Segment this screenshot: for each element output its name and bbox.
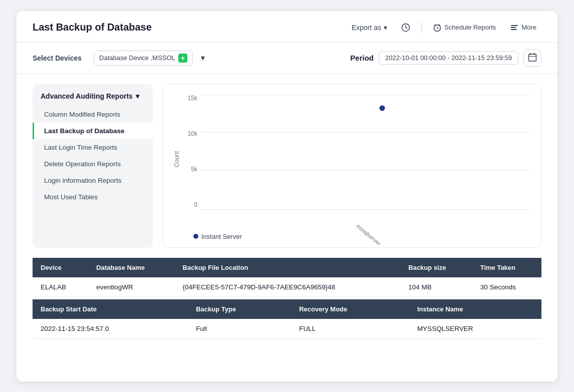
export-label: Export as — [352, 24, 381, 32]
export-clock-icon — [401, 23, 410, 32]
sidebar-item-column-modified[interactable]: Column Modified Reports — [33, 106, 153, 123]
grid-line-top — [200, 95, 531, 95]
y-axis-title: Count — [173, 136, 180, 167]
legend-label: Instant Server — [201, 233, 242, 240]
y-label-10k: 10k — [188, 130, 197, 137]
device-value: Database Device ,MSSOL — [99, 54, 175, 62]
calendar-icon — [528, 53, 537, 62]
col-backup-size: Backup size — [400, 258, 472, 277]
chart-data-dot — [380, 106, 385, 111]
period-range: 2022-10-01 00:00:00 - 2022-11-15 23:59:5… — [379, 51, 518, 65]
grid-line-bottom — [200, 209, 531, 210]
cell-backup-file-location: {04FECEE5-57C7-479D-9AF6-7AEE9C6A9659}48 — [175, 277, 401, 297]
filter-icon[interactable]: ▾ — [201, 53, 205, 63]
page-title: Last Backup of Database — [33, 22, 152, 33]
grid-line-mid2 — [200, 170, 531, 171]
sidebar-item-last-login-time[interactable]: Last Login Time Reports — [33, 139, 153, 156]
y-label-5k: 5k — [191, 166, 197, 173]
main-content: Advanced Auditing Reports ▾ Column Modif… — [17, 74, 557, 258]
chart-area: Count 15k 10k 5k 0 mssqlserver — [163, 84, 541, 248]
table-row: 2022-11-15 23:54:57.0 Full FULL MYSSQLSE… — [33, 319, 541, 339]
header-actions: Export as ▾ Schedule Repo — [347, 20, 541, 35]
col-device: Device — [33, 258, 88, 277]
y-label-0: 0 — [194, 201, 197, 208]
device-select[interactable]: Database Device ,MSSOL + — [94, 51, 193, 66]
header-divider — [421, 22, 422, 34]
select-devices-label: Select Devices — [33, 54, 82, 62]
export-button[interactable]: Export as ▾ — [347, 21, 392, 35]
calendar-button[interactable] — [523, 50, 541, 67]
filter-bar: Select Devices Database Device ,MSSOL + … — [17, 43, 557, 74]
sidebar: Advanced Auditing Reports ▾ Column Modif… — [33, 84, 153, 248]
sidebar-header-label: Advanced Auditing Reports — [41, 92, 133, 100]
more-button[interactable]: More — [505, 20, 541, 35]
svg-rect-4 — [511, 29, 517, 30]
svg-rect-3 — [511, 27, 516, 28]
export-icon-button[interactable] — [396, 20, 415, 35]
legend-dot — [193, 234, 198, 239]
sidebar-item-delete-operation[interactable]: Delete Operation Reports — [33, 156, 153, 172]
cell-backup-type: Full — [188, 319, 291, 339]
cell-recovery-mode: FULL — [291, 319, 409, 339]
sidebar-item-last-backup[interactable]: Last Backup of Database — [33, 123, 153, 139]
cell-backup-size: 104 MB — [400, 277, 472, 297]
period-label: Period — [350, 54, 374, 62]
svg-rect-5 — [529, 54, 536, 61]
period-section: Period 2022-10-01 00:00:00 - 2022-11-15 … — [350, 50, 541, 67]
sidebar-item-most-used-tables[interactable]: Most Used Tables — [33, 189, 153, 205]
y-label-15k: 15k — [188, 95, 197, 102]
col-backup-type: Backup Type — [188, 299, 291, 319]
table-section: Device Database Name Backup File Locatio… — [17, 258, 557, 351]
chart-legend: Instant Server — [173, 233, 531, 240]
sidebar-chevron-icon: ▾ — [136, 92, 139, 100]
grid-line-mid1 — [200, 132, 531, 133]
col-backup-start-date: Backup Start Date — [33, 299, 188, 319]
cell-instance-name: MYSSQLSERVER — [409, 319, 541, 339]
svg-rect-2 — [511, 25, 518, 26]
table-row: ELALAB eventlogWR {04FECEE5-57C7-479D-9A… — [33, 277, 541, 297]
add-device-button[interactable]: + — [178, 54, 187, 63]
sidebar-header[interactable]: Advanced Auditing Reports ▾ — [33, 92, 153, 106]
cell-database-name: eventlogWR — [88, 277, 174, 297]
schedule-reports-label: Schedule Reports — [444, 24, 496, 31]
table-1: Device Database Name Backup File Locatio… — [33, 258, 541, 297]
cell-backup-start-date: 2022-11-15 23:54:57.0 — [33, 319, 188, 339]
sidebar-item-login-information[interactable]: Login information Reports — [33, 172, 153, 189]
col-backup-file-location: Backup File Location — [175, 258, 401, 277]
col-recovery-mode: Recovery Mode — [291, 299, 409, 319]
chevron-down-icon: ▾ — [384, 24, 387, 32]
col-instance-name: Instance Name — [409, 299, 541, 319]
col-time-taken: Time Taken — [472, 258, 541, 277]
more-label: More — [521, 24, 536, 31]
col-database-name: Database Name — [88, 258, 174, 277]
table-2: Backup Start Date Backup Type Recovery M… — [33, 299, 541, 339]
cell-time-taken: 30 Seconds — [472, 277, 541, 297]
alarm-icon — [433, 23, 442, 32]
cell-device: ELALAB — [33, 277, 88, 297]
schedule-reports-button[interactable]: Schedule Reports — [428, 20, 501, 35]
more-icon — [510, 23, 519, 32]
